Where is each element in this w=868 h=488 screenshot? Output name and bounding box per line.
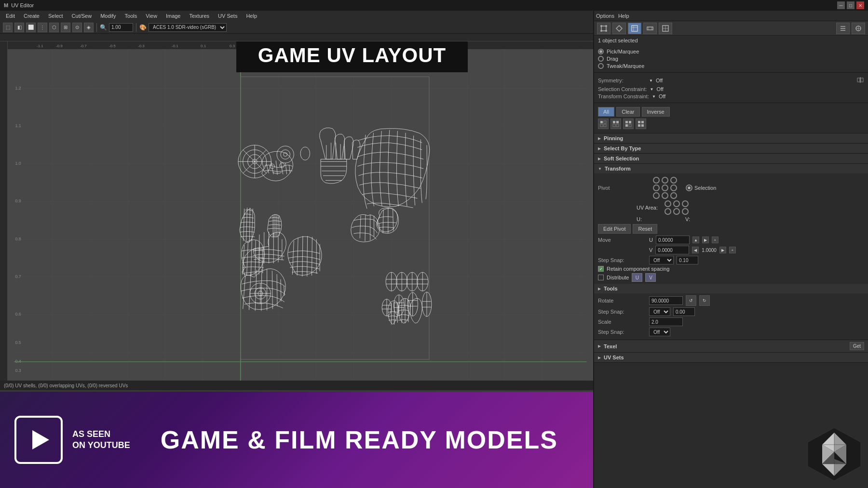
toolbar-btn-6[interactable]: ⊞ [61, 23, 70, 32]
rotate-ccw-button[interactable]: ↺ [686, 295, 696, 306]
pivot-br[interactable] [670, 192, 677, 199]
panel-tb-grid2[interactable] [659, 23, 672, 34]
move-u-inc[interactable]: + [712, 237, 719, 243]
uv-mc[interactable] [673, 208, 680, 215]
all-button[interactable]: All [598, 107, 614, 117]
rotate-step-snap-input[interactable] [673, 307, 695, 316]
uv-ml[interactable] [665, 208, 671, 215]
move-u-up[interactable]: ▲ [692, 237, 699, 243]
pivot-tr[interactable] [670, 177, 677, 184]
menu-select[interactable]: Select [44, 12, 67, 20]
menu-modify[interactable]: Modify [96, 12, 120, 20]
selection-mode-content: Pick/Marquee Drag Tweak/Marquee [594, 45, 868, 72]
menu-image[interactable]: Image [162, 12, 185, 20]
move-u-input[interactable] [656, 236, 690, 244]
panel-menu-help[interactable]: Help [618, 13, 629, 19]
distribute-v-button[interactable]: V [645, 273, 656, 282]
move-u-right[interactable]: ▶ [702, 237, 709, 243]
move-step-snap-input[interactable] [677, 256, 698, 264]
rotate-cw-button[interactable]: ↻ [699, 295, 710, 306]
grid-sel-3[interactable] [623, 119, 634, 129]
play-button[interactable] [14, 416, 63, 464]
uv-tr[interactable] [682, 200, 689, 207]
select-by-type-header[interactable]: ▶ Select By Type [594, 144, 868, 153]
transform-header[interactable]: ▼ Transform [594, 164, 868, 173]
maximize-button[interactable]: □ [847, 1, 854, 9]
move-v-left[interactable]: ◀ [692, 247, 699, 253]
reset-button[interactable]: Reset [633, 224, 657, 234]
uv-tl[interactable] [665, 200, 671, 207]
panel-tb-extra1[interactable] [836, 23, 850, 34]
tools-header[interactable]: ▶ Tools [594, 284, 868, 293]
scale-input[interactable] [649, 317, 683, 326]
rotate-step-snap-select[interactable]: Off [649, 307, 670, 316]
pivot-tc[interactable] [662, 177, 668, 184]
toolbar-btn-8[interactable]: ◈ [84, 23, 94, 32]
move-v-input[interactable] [655, 246, 689, 254]
menu-cutsew[interactable]: Cut/Sew [68, 12, 96, 20]
pivot-mr[interactable] [670, 185, 677, 191]
panel-tb-vertex[interactable] [597, 23, 610, 34]
edit-pivot-button[interactable]: Edit Pivot [598, 224, 631, 234]
texel-header[interactable]: ▶ Texel Get [594, 340, 868, 352]
panel-tb-extra2[interactable] [852, 23, 865, 34]
selection-constraint-row: Selection Constraint: ▼ Off [598, 86, 864, 92]
retain-spacing-checkbox[interactable] [598, 266, 604, 272]
inverse-button[interactable]: Inverse [642, 107, 670, 117]
toolbar-btn-2[interactable]: ◧ [14, 23, 24, 32]
rotate-input[interactable] [649, 296, 683, 305]
drag-radio[interactable] [598, 56, 604, 62]
get-button[interactable]: Get [850, 342, 864, 350]
colorspace-select[interactable]: ACES 1.0 SDR-video (sGRB) [149, 23, 227, 32]
svg-text:0.3: 0.3 [15, 368, 21, 373]
symmetry-section: Symmetry: ▼ Off Selection Constraint: ▼ … [594, 73, 868, 103]
scale-step-snap-select[interactable]: Off [649, 328, 670, 336]
zoom-input[interactable] [109, 23, 133, 32]
canvas-area[interactable]: -1.1 -0.9 -0.7 -0.5 -0.3 -0.1 0.1 0.3 0.… [0, 34, 593, 381]
pivot-ml[interactable] [653, 185, 660, 191]
uv-canvas[interactable]: 1.2 1.1 1.0 0.9 0.8 0.7 0.6 0.5 0.4 0.3 [8, 41, 593, 381]
menu-edit[interactable]: Edit [2, 12, 19, 20]
uv-tc[interactable] [673, 200, 680, 207]
move-v-right[interactable]: ▶ [719, 247, 726, 253]
pivot-bl[interactable] [653, 192, 660, 199]
uv-mr[interactable] [682, 208, 689, 215]
pivot-tl[interactable] [653, 177, 660, 184]
panel-tb-expand[interactable] [643, 23, 657, 34]
move-step-snap-select[interactable]: Off Step [649, 256, 674, 264]
move-v-inc[interactable]: + [729, 247, 736, 253]
toolbar-btn-1[interactable]: ⬚ [3, 23, 13, 32]
clear-button[interactable]: Clear [616, 107, 639, 117]
toolbar-btn-7[interactable]: ⊙ [72, 23, 82, 32]
menu-help[interactable]: Help [242, 12, 261, 20]
pivot-selection-radio[interactable] [686, 185, 692, 191]
pivot-mc[interactable] [662, 185, 668, 191]
menu-create[interactable]: Create [20, 12, 43, 20]
distribute-checkbox[interactable] [598, 275, 604, 280]
grid-sel-1[interactable] [598, 119, 609, 129]
grid-sel-4[interactable] [636, 119, 646, 129]
panel-menu-options[interactable]: Options [596, 13, 614, 19]
toolbar-btn-5[interactable]: ⬡ [49, 23, 59, 32]
grid-sel-2[interactable] [610, 119, 621, 129]
panel-tb-cube[interactable] [628, 23, 641, 34]
panel-tb-diamond[interactable] [612, 23, 626, 34]
titlebar-controls[interactable]: ─ □ ✕ [837, 1, 864, 9]
distribute-u-button[interactable]: U [632, 273, 642, 282]
menu-tools[interactable]: Tools [121, 12, 141, 20]
menu-uvsets[interactable]: UV Sets [214, 12, 241, 20]
pivot-bc[interactable] [662, 192, 668, 199]
close-button[interactable]: ✕ [856, 1, 864, 9]
titlebar: M UV Editor ─ □ ✕ [0, 0, 868, 11]
pivot-row: Pivot Selection [598, 177, 864, 199]
toolbar-btn-3[interactable]: ⬜ [26, 23, 36, 32]
pick-marquee-radio[interactable] [598, 49, 604, 54]
minimize-button[interactable]: ─ [837, 1, 845, 9]
menu-textures[interactable]: Textures [185, 12, 213, 20]
toolbar-btn-4[interactable]: ⋮ [38, 23, 47, 32]
menu-view[interactable]: View [142, 12, 161, 20]
tweak-marquee-radio[interactable] [598, 63, 604, 69]
soft-selection-header[interactable]: ▶ Soft Selection [594, 154, 868, 163]
uv-sets-header[interactable]: ▶ UV Sets [594, 353, 868, 362]
pinning-header[interactable]: ▶ Pinning [594, 133, 868, 143]
